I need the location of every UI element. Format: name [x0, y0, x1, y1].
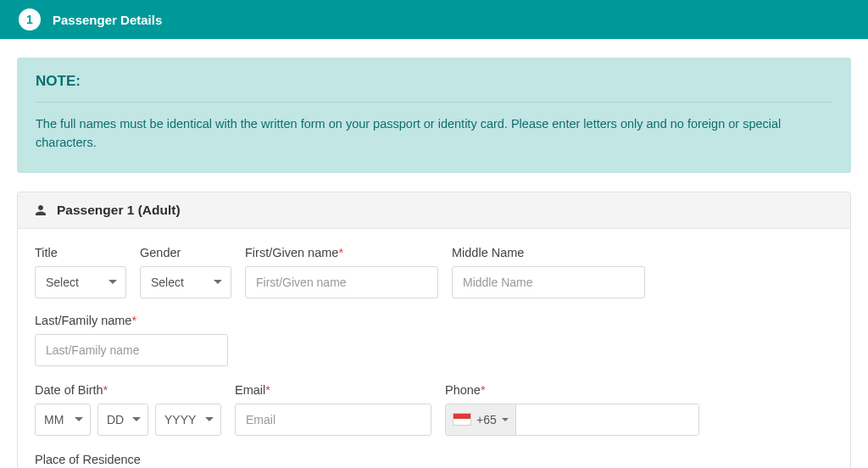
note-box: NOTE: The full names must be identical w…: [17, 58, 851, 173]
passenger-header: Passenger 1 (Adult): [18, 192, 850, 229]
dob-month-select[interactable]: MM: [35, 404, 91, 436]
field-gender: Gender Select: [140, 246, 231, 298]
chevron-down-icon: [214, 280, 222, 284]
gender-select-value: Select: [151, 276, 184, 289]
title-select-value: Select: [46, 276, 79, 289]
email-input[interactable]: [235, 404, 431, 436]
gender-select[interactable]: Select: [140, 266, 231, 298]
field-residence: Place of Residence Singapore: [35, 453, 223, 468]
gender-label: Gender: [140, 246, 231, 259]
passenger-header-label: Passenger 1 (Adult): [57, 203, 181, 218]
step-title: Passenger Details: [53, 13, 162, 27]
field-dob: Date of Birth* MM DD YYYY: [35, 383, 221, 436]
dob-year-value: YYYY: [164, 413, 196, 426]
middle-name-label: Middle Name: [452, 246, 645, 259]
title-select[interactable]: Select: [35, 266, 126, 298]
first-name-label: First/Given name*: [245, 246, 438, 259]
note-text: The full names must be identical with th…: [36, 114, 832, 153]
field-first-name: First/Given name*: [245, 246, 438, 298]
form-row-1: Title Select Gender Select First/Given n…: [35, 246, 833, 366]
middle-name-input[interactable]: [452, 266, 645, 298]
phone-number-input[interactable]: [516, 404, 698, 435]
field-title: Title Select: [35, 246, 126, 298]
chevron-down-icon: [502, 418, 509, 421]
dob-day-value: DD: [107, 413, 124, 426]
phone-input-group: +65: [445, 404, 699, 436]
last-name-label: Last/Family name*: [35, 314, 228, 327]
last-name-input[interactable]: [35, 334, 228, 366]
person-icon: [33, 203, 48, 218]
dob-day-select[interactable]: DD: [97, 404, 148, 436]
residence-label: Place of Residence: [35, 453, 223, 466]
phone-country-select[interactable]: +65: [446, 404, 516, 435]
chevron-down-icon: [132, 417, 141, 421]
title-label: Title: [35, 246, 126, 259]
field-phone: Phone* +65: [445, 383, 699, 436]
first-name-input[interactable]: [245, 266, 438, 298]
dob-group: MM DD YYYY: [35, 404, 221, 436]
field-last-name: Last/Family name*: [35, 314, 228, 366]
field-middle-name: Middle Name: [452, 246, 645, 298]
content-area: NOTE: The full names must be identical w…: [0, 39, 868, 468]
chevron-down-icon: [75, 417, 83, 421]
passenger-card: Passenger 1 (Adult) Title Select Gender …: [17, 192, 851, 468]
phone-dial-code: +65: [476, 413, 497, 426]
field-email: Email*: [235, 383, 431, 436]
flag-sg-icon: [453, 413, 471, 426]
dob-year-select[interactable]: YYYY: [155, 404, 221, 436]
note-heading: NOTE:: [36, 73, 832, 103]
chevron-down-icon: [205, 417, 214, 421]
passenger-form: Title Select Gender Select First/Given n…: [18, 229, 850, 468]
form-row-3: Place of Residence Singapore: [35, 453, 833, 468]
step-number-badge: 1: [19, 8, 41, 31]
chevron-down-icon: [108, 280, 117, 284]
dob-month-value: MM: [44, 413, 64, 426]
email-label: Email*: [235, 383, 431, 397]
step-header: 1 Passenger Details: [0, 0, 868, 39]
dob-label: Date of Birth*: [35, 383, 221, 397]
phone-label: Phone*: [445, 383, 699, 397]
form-row-2: Date of Birth* MM DD YYYY: [35, 383, 833, 436]
